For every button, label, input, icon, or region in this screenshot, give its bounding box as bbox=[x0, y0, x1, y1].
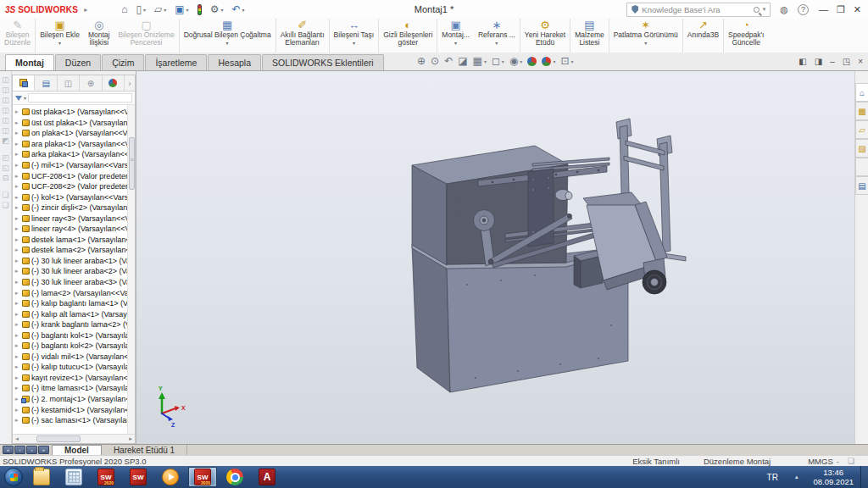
tree-item[interactable]: ▸ (-) baglantı kol<2> (Varsayılan bbox=[13, 341, 135, 352]
tree-item[interactable]: ▸ (-) 2. montaj<1> (Varsayılan< bbox=[13, 394, 135, 405]
expand-arrow-icon[interactable]: ▸ bbox=[15, 194, 22, 201]
ribbon-button[interactable]: ✐ Akıllı Bağlantı Elemanları bbox=[276, 19, 330, 53]
expand-arrow-icon[interactable]: ▸ bbox=[15, 183, 22, 190]
view-toolbar-button[interactable]: ◱ bbox=[2, 164, 9, 172]
search-caret-icon[interactable]: ▾ bbox=[763, 6, 766, 13]
tree-item[interactable]: ▸ on plaka<1> (Varsayılan<<Var bbox=[13, 128, 135, 139]
task-pane-button[interactable] bbox=[855, 158, 868, 176]
tab-scroll-button[interactable]: » bbox=[38, 446, 49, 454]
tree-item[interactable]: ▸ kayıt revize<1> (Varsayılan<< bbox=[13, 373, 135, 384]
taskbar-app-button[interactable]: SW2020 bbox=[92, 467, 120, 487]
start-button[interactable] bbox=[4, 468, 23, 486]
doc-window-button[interactable]: × bbox=[858, 57, 863, 66]
view-toolbar-button[interactable]: ◩ bbox=[2, 137, 9, 145]
doc-window-button[interactable]: ◳ bbox=[843, 57, 850, 66]
view-toolbar-button[interactable]: ◰ bbox=[2, 154, 9, 162]
expand-arrow-icon[interactable]: ▸ bbox=[15, 236, 22, 243]
login-icon[interactable]: ◍ bbox=[777, 4, 791, 15]
expand-arrow-icon[interactable]: ▸ bbox=[15, 258, 22, 264]
view-tool-button[interactable]: ⊙ bbox=[431, 55, 439, 67]
help-icon[interactable]: ? bbox=[798, 4, 809, 15]
expand-arrow-icon[interactable]: ▸ bbox=[15, 130, 22, 136]
tree-item[interactable]: ▸ (-) baglantı kol<1> (Varsayılan bbox=[13, 330, 135, 341]
tree-item[interactable]: ▸ UCF-208<1> (Valor predeterm bbox=[13, 170, 135, 181]
minimize-button[interactable]: — bbox=[819, 4, 828, 15]
ribbon-button[interactable]: ▦ Doğrusal Bileşen Çoğaltma bbox=[180, 19, 276, 53]
expand-arrow-icon[interactable]: ▸ bbox=[15, 162, 22, 169]
tree-item[interactable]: ▸ üst plaka<1> (Varsayılan<<Va bbox=[13, 107, 135, 118]
taskbar-app-button[interactable] bbox=[220, 467, 249, 487]
quick-access-button[interactable]: ▱ bbox=[151, 3, 170, 16]
taskbar-app-button[interactable] bbox=[156, 467, 185, 487]
view-tool-button[interactable]: ▦ bbox=[473, 55, 487, 67]
ribbon-button[interactable]: ↔ Bileşeni Taşı bbox=[330, 19, 380, 53]
quick-access-button[interactable]: ⌂ bbox=[118, 3, 131, 16]
taskbar-app-button[interactable] bbox=[59, 467, 88, 487]
ribbon-button[interactable]: ◐ Gizli Bileşenleri göster bbox=[379, 19, 437, 53]
expand-arrow-icon[interactable]: ▸ bbox=[15, 290, 22, 297]
command-tab[interactable]: Montaj bbox=[5, 54, 54, 70]
tree-item[interactable]: ▸ (-) kalıp baglantı lama<1> (Va bbox=[13, 298, 135, 309]
quick-access-button[interactable]: ▯ bbox=[132, 3, 149, 16]
tag-icon[interactable]: ❏ bbox=[848, 457, 868, 465]
quick-access-button[interactable] bbox=[194, 3, 205, 16]
tree-item[interactable]: ▸ UCF-208<2> (Valor predeterm bbox=[13, 181, 135, 192]
tree-item[interactable]: ▸ (-) sac laması<1> (Varsayılan< bbox=[13, 415, 135, 426]
document-tab[interactable]: Hareket Etüdü 1 bbox=[102, 445, 187, 455]
tree-item[interactable]: ▸ (-) 30 luk lineer araba<1> (Var bbox=[13, 256, 135, 267]
restore-button[interactable]: ❐ bbox=[837, 4, 845, 15]
expand-arrow-icon[interactable]: ▸ bbox=[15, 108, 22, 115]
doc-window-button[interactable]: ◧ bbox=[798, 57, 806, 66]
command-tab[interactable]: SOLIDWORKS Eklentileri bbox=[262, 54, 384, 70]
expand-arrow-icon[interactable]: ▸ bbox=[15, 141, 22, 147]
taskbar-app-button[interactable] bbox=[27, 467, 56, 487]
document-tab[interactable]: Model bbox=[52, 445, 102, 455]
task-pane-button[interactable]: ▱ bbox=[855, 120, 868, 139]
quick-access-button[interactable]: ⚙ bbox=[207, 3, 227, 16]
expand-arrow-icon[interactable]: ▸ bbox=[15, 204, 22, 211]
tree-item[interactable]: ▸ (-) vidalı mil<1> (Varsayılan< bbox=[13, 352, 135, 363]
expand-arrow-icon[interactable]: ▸ bbox=[15, 417, 22, 424]
filter-caret-icon[interactable]: ▾ bbox=[24, 95, 26, 101]
feature-manager-tab[interactable]: ⊕ bbox=[80, 75, 102, 91]
ribbon-button[interactable]: ∗ Referans ... bbox=[474, 19, 520, 53]
scrollbar-thumb[interactable] bbox=[129, 137, 135, 190]
view-tool-button[interactable]: ◉ bbox=[509, 55, 523, 67]
expand-arrow-icon[interactable]: ▸ bbox=[15, 374, 22, 381]
filter-input[interactable] bbox=[28, 93, 132, 103]
language-indicator[interactable]: TR bbox=[759, 473, 787, 482]
ribbon-button[interactable]: ▣ Montaj... bbox=[437, 19, 474, 53]
view-toolbar-button[interactable]: ◫ bbox=[2, 107, 9, 114]
tree-item[interactable]: ▸ (-) mil<1> (Varsayılan<<Varsa bbox=[13, 160, 135, 171]
task-pane-button[interactable]: ▨ bbox=[855, 139, 868, 158]
view-tool-button[interactable] bbox=[542, 57, 555, 66]
search-box[interactable]: Knowledge Base'i Ara ▾ bbox=[626, 3, 771, 17]
filter-icon[interactable] bbox=[15, 96, 22, 101]
tree-item[interactable]: ▸ destek lama<2> (Varsayılan<< bbox=[13, 245, 135, 256]
expand-arrow-icon[interactable]: ▸ bbox=[15, 225, 22, 232]
expand-arrow-icon[interactable]: ▸ bbox=[15, 311, 22, 318]
taskbar-app-button[interactable]: SW2020 bbox=[188, 467, 217, 487]
taskbar-app-button[interactable]: SW bbox=[124, 467, 153, 487]
view-toolbar-button[interactable]: ❏ bbox=[2, 191, 8, 199]
tree-item[interactable]: ▸ (-) krank baglantı lama<2> (V bbox=[13, 319, 135, 330]
ribbon-button[interactable]: ▢ Bileşen Önizleme Penceresi bbox=[114, 19, 179, 53]
view-toolbar-button[interactable]: ◫ bbox=[2, 76, 9, 84]
expand-arrow-icon[interactable]: ▸ bbox=[15, 268, 22, 274]
view-toolbar-button[interactable]: ⊡ bbox=[3, 175, 9, 182]
ribbon-button[interactable]: ↗ Anında3B bbox=[683, 19, 724, 53]
view-toolbar-button[interactable]: ◫ bbox=[2, 127, 9, 135]
view-toolbar-button[interactable]: ◫ bbox=[2, 97, 9, 104]
feature-manager-tab[interactable] bbox=[13, 75, 35, 91]
graphics-viewport[interactable]: Y X Z bbox=[136, 71, 854, 444]
tab-scroll-button[interactable]: ‹ bbox=[14, 446, 25, 454]
scrollbar-thumb[interactable] bbox=[36, 435, 81, 442]
tree-item[interactable]: ▸ (-) lama<2> (Varsayılan<<Var bbox=[13, 287, 135, 298]
task-pane-button[interactable]: ⌂ bbox=[855, 83, 868, 102]
ribbon-button[interactable]: ▤ Malzeme Listesi bbox=[570, 19, 609, 53]
doc-window-button[interactable]: ◨ bbox=[815, 57, 822, 66]
tree-item[interactable]: ▸ (-) 30 luk lineer araba<2> (Var bbox=[13, 266, 135, 277]
quick-access-button[interactable]: ▣ bbox=[171, 3, 192, 16]
tree-item[interactable]: ▸ ara plaka<1> (Varsayılan<<Va bbox=[13, 139, 135, 150]
expand-arrow-icon[interactable]: ▸ bbox=[15, 385, 22, 391]
